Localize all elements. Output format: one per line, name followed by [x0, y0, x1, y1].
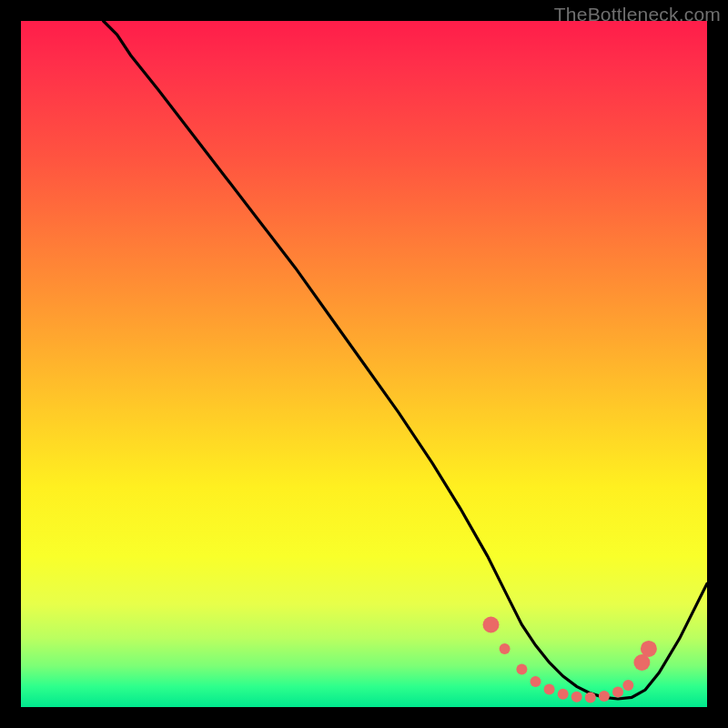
bottleneck-curve [104, 21, 708, 699]
watermark-text: TheBottleneck.com [554, 4, 721, 25]
curve-marker [622, 680, 633, 691]
curve-marker [585, 692, 596, 703]
curve-marker [558, 689, 569, 700]
curve-marker [544, 683, 555, 694]
curve-marker [612, 686, 623, 697]
curve-marker [641, 641, 657, 657]
curve-marker [483, 617, 500, 633]
curve-marker [571, 692, 582, 703]
chart-frame: TheBottleneck.com [0, 0, 728, 728]
curve-marker [531, 676, 541, 687]
curve-marker [516, 664, 527, 675]
curve-marker [599, 691, 610, 702]
curve-svg [21, 21, 707, 707]
marker-group [483, 617, 657, 703]
plot-area [21, 21, 707, 707]
curve-marker [500, 643, 511, 654]
